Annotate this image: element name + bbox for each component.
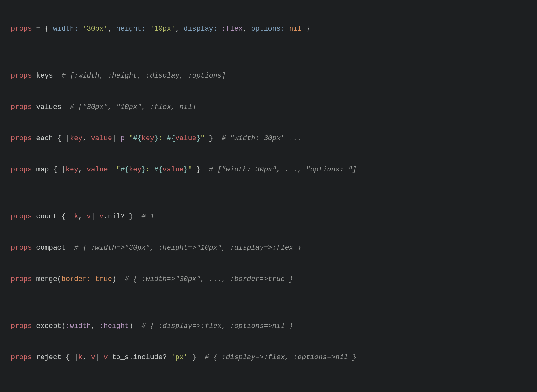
token-key: border: xyxy=(61,275,91,283)
token-comma: , xyxy=(82,353,91,361)
code-line: props.map { |key, value| "#{key}: #{valu… xyxy=(11,166,526,175)
code-line: props.merge(border: true) # { :width=>"3… xyxy=(11,276,526,284)
token-space xyxy=(53,134,57,142)
token-space xyxy=(133,322,141,330)
token-interp-open: #{ xyxy=(120,166,129,174)
code-line: props.compact # { :width=>"30px", :heigh… xyxy=(11,245,526,253)
token-param: key xyxy=(66,166,79,174)
token-pipe: | xyxy=(74,353,78,361)
token-space xyxy=(285,25,289,33)
token-var: props xyxy=(11,213,32,221)
token-comment: # { :display=>:flex, :options=>nil } xyxy=(141,322,293,330)
token-param: value xyxy=(91,134,112,142)
token-paren: ( xyxy=(61,322,65,330)
token-space xyxy=(66,244,74,252)
token-interp-open: #{ xyxy=(154,166,163,174)
token-brace: } xyxy=(302,25,310,33)
token-dot: . xyxy=(32,134,36,142)
token-comment: # { :width=>"30px", :height=>"10px", :di… xyxy=(74,244,302,252)
token-dot: . xyxy=(32,213,36,221)
token-comma: , xyxy=(82,134,91,142)
token-paren: ) xyxy=(112,275,116,283)
token-var: value xyxy=(175,134,196,142)
token-space xyxy=(95,213,99,221)
token-param: value xyxy=(87,166,108,174)
token-space xyxy=(133,213,141,221)
token-comment: # [:width, :height, :display, :options] xyxy=(61,72,226,80)
token-string: '10px' xyxy=(150,25,175,33)
token-method: count xyxy=(36,213,57,221)
token-pipe: | xyxy=(70,213,74,221)
token-string: " xyxy=(129,134,133,142)
token-string: : xyxy=(146,166,154,174)
token-var: props xyxy=(11,322,32,330)
token-var: value xyxy=(163,166,184,174)
token-pipe: | xyxy=(95,353,99,361)
token-comment: # 1 xyxy=(141,213,154,221)
code-line: props.values # ["30px", "10px", :flex, n… xyxy=(11,104,526,112)
token-space xyxy=(78,25,82,33)
token-comma: , xyxy=(78,166,87,174)
token-comma: , xyxy=(78,213,87,221)
token-paren: ( xyxy=(57,275,61,283)
token-paren: ) xyxy=(129,322,133,330)
token-space xyxy=(112,166,116,174)
token-var: props xyxy=(11,103,32,111)
token-comment: # { :width=>"30px", ..., :border=>true } xyxy=(125,275,293,283)
token-dot: . xyxy=(32,322,36,330)
token-symbol: :height xyxy=(99,322,129,330)
token-string: : xyxy=(158,134,167,142)
token-comment: # { :display=>:flex, :options=>nil } xyxy=(205,353,356,361)
token-var: props xyxy=(11,244,32,252)
token-nil: nil xyxy=(289,25,302,33)
token-param: v xyxy=(87,213,91,221)
token-var: props xyxy=(11,275,32,283)
token-method: include? xyxy=(133,353,167,361)
token-interp-close: } xyxy=(184,166,188,174)
token-method: reject xyxy=(36,353,61,361)
token-space xyxy=(91,275,95,283)
token-key: height: xyxy=(116,25,146,33)
token-var: props xyxy=(11,166,32,174)
token-key: width: xyxy=(53,25,78,33)
token-method: compact xyxy=(36,244,65,252)
token-brace: } xyxy=(188,353,196,361)
token-var: props xyxy=(11,72,32,80)
token-var: v xyxy=(99,213,103,221)
token-string: '30px' xyxy=(82,25,108,33)
token-param: k xyxy=(74,213,78,221)
token-dot: . xyxy=(103,213,108,221)
token-brace: } xyxy=(205,134,213,142)
token-symbol: :flex xyxy=(222,25,243,33)
token-brace: { xyxy=(53,166,61,174)
token-dot: . xyxy=(32,103,36,111)
token-space xyxy=(116,134,120,142)
token-space xyxy=(213,134,222,142)
token-method: map xyxy=(36,166,49,174)
token-var: key xyxy=(129,166,142,174)
token-pipe: | xyxy=(61,166,65,174)
token-var: props xyxy=(11,353,32,361)
token-space xyxy=(196,353,205,361)
token-interp-open: #{ xyxy=(133,134,141,142)
token-space xyxy=(125,134,129,142)
token-dot: . xyxy=(32,72,36,80)
token-method: except xyxy=(36,322,61,330)
token-space xyxy=(61,103,70,111)
code-line: props.except(:width, :height) # { :displ… xyxy=(11,323,526,331)
code-line: props.each { |key, value| p "#{key}: #{v… xyxy=(11,135,526,144)
token-space xyxy=(57,213,61,221)
token-comma: , xyxy=(108,25,116,33)
token-var: v xyxy=(103,353,108,361)
token-dot: . xyxy=(129,353,133,361)
token-dot: . xyxy=(108,353,112,361)
token-string: " xyxy=(200,134,205,142)
token-brace: } xyxy=(125,213,133,221)
token-pipe: | xyxy=(91,213,95,221)
token-pipe: | xyxy=(112,134,116,142)
token-brace: { xyxy=(61,213,70,221)
token-dot: . xyxy=(32,275,36,283)
token-interp-close: } xyxy=(141,166,146,174)
code-block: props = { width: '30px', height: '10px',… xyxy=(0,0,537,392)
token-comma: , xyxy=(175,25,184,33)
